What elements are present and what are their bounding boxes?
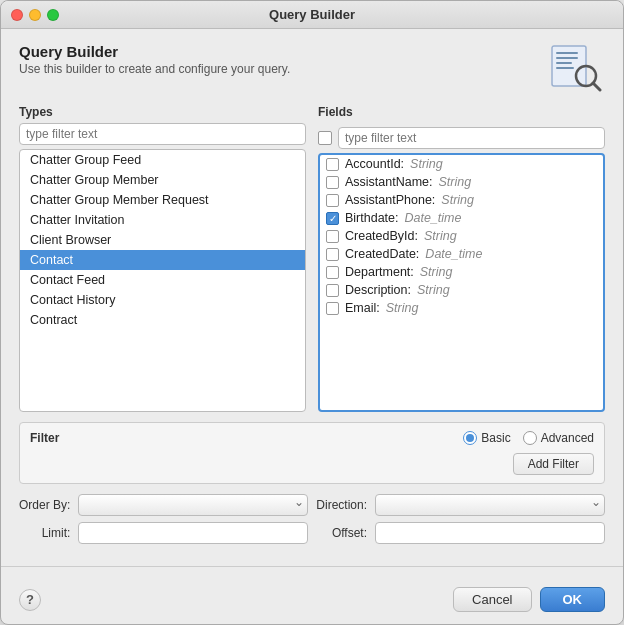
ok-button[interactable]: OK: [540, 587, 606, 612]
window-controls: [11, 9, 59, 21]
window-title: Query Builder: [269, 7, 355, 22]
field-item-birthdate[interactable]: ✓ Birthdate: Date_time: [320, 209, 603, 227]
radio-basic-label: Basic: [481, 431, 510, 445]
list-item[interactable]: Chatter Group Feed: [20, 150, 305, 170]
list-item[interactable]: Chatter Group Member: [20, 170, 305, 190]
field-checkbox-createddate[interactable]: [326, 248, 339, 261]
types-list[interactable]: Chatter Group Feed Chatter Group Member …: [19, 149, 306, 412]
field-checkbox-accountid[interactable]: [326, 158, 339, 171]
title-bar: Query Builder: [1, 1, 623, 29]
list-item[interactable]: Contract: [20, 310, 305, 330]
field-item-assistantphone[interactable]: AssistantPhone: String: [320, 191, 603, 209]
field-item-email[interactable]: Email: String: [320, 299, 603, 317]
field-item-accountid[interactable]: AccountId: String: [320, 155, 603, 173]
order-by-select-wrapper: [78, 494, 308, 516]
field-name-createdbyid: CreatedById:: [345, 229, 418, 243]
add-filter-row: Add Filter: [30, 453, 594, 475]
fields-select-all-checkbox[interactable]: [318, 131, 332, 145]
direction-select-wrapper: [375, 494, 605, 516]
order-section: Order By: Direction: Limit: Offset:: [19, 494, 605, 544]
close-button[interactable]: [11, 9, 23, 21]
fields-header: Fields: [318, 105, 605, 123]
field-checkbox-description[interactable]: [326, 284, 339, 297]
list-item[interactable]: Client Browser: [20, 230, 305, 250]
cancel-button[interactable]: Cancel: [453, 587, 531, 612]
offset-label: Offset:: [316, 526, 367, 540]
list-item[interactable]: Contact History: [20, 290, 305, 310]
field-name-description: Description:: [345, 283, 411, 297]
radio-option-advanced[interactable]: Advanced: [523, 431, 594, 445]
page-title: Query Builder: [19, 43, 290, 60]
footer-buttons: Cancel OK: [453, 587, 605, 612]
filter-radio-group: Basic Advanced: [463, 431, 594, 445]
types-filter-input[interactable]: [19, 123, 306, 145]
types-label: Types: [19, 105, 306, 119]
types-panel: Types Chatter Group Feed Chatter Group M…: [19, 105, 306, 412]
svg-rect-3: [556, 62, 572, 64]
field-checkbox-email[interactable]: [326, 302, 339, 315]
list-item[interactable]: Chatter Invitation: [20, 210, 305, 230]
field-item-createddate[interactable]: CreatedDate: Date_time: [320, 245, 603, 263]
query-builder-window: Query Builder Query Builder Use this bui…: [0, 0, 624, 625]
field-name-assistantphone: AssistantPhone:: [345, 193, 435, 207]
field-type-assistantphone: String: [441, 193, 474, 207]
page-subtitle: Use this builder to create and configure…: [19, 62, 290, 76]
filter-header: Filter Basic Advanced: [30, 431, 594, 445]
radio-advanced-circle[interactable]: [523, 431, 537, 445]
field-item-createdbyid[interactable]: CreatedById: String: [320, 227, 603, 245]
field-checkbox-assistantphone[interactable]: [326, 194, 339, 207]
offset-input[interactable]: [375, 522, 605, 544]
field-type-createdbyid: String: [424, 229, 457, 243]
field-item-department[interactable]: Department: String: [320, 263, 603, 281]
order-by-select[interactable]: [78, 494, 308, 516]
field-name-createddate: CreatedDate:: [345, 247, 419, 261]
fields-filter-input[interactable]: [338, 127, 605, 149]
help-button[interactable]: ?: [19, 589, 41, 611]
field-type-email: String: [386, 301, 419, 315]
field-checkbox-department[interactable]: [326, 266, 339, 279]
svg-rect-4: [556, 67, 574, 69]
field-type-createddate: Date_time: [425, 247, 482, 261]
header-text: Query Builder Use this builder to create…: [19, 43, 290, 76]
header-area: Query Builder Use this builder to create…: [19, 43, 605, 93]
list-item-contact[interactable]: Contact: [20, 250, 305, 270]
limit-input[interactable]: [78, 522, 308, 544]
filter-section: Filter Basic Advanced: [19, 422, 605, 484]
field-checkbox-birthdate[interactable]: ✓: [326, 212, 339, 225]
limit-label: Limit:: [19, 526, 70, 540]
radio-advanced-label: Advanced: [541, 431, 594, 445]
filter-title: Filter: [30, 431, 59, 445]
header-icon: [545, 43, 605, 93]
main-panels: Types Chatter Group Feed Chatter Group M…: [19, 105, 605, 412]
field-type-accountid: String: [410, 157, 443, 171]
field-name-email: Email:: [345, 301, 380, 315]
radio-basic-dot: [466, 434, 474, 442]
svg-rect-2: [556, 57, 578, 59]
fields-list[interactable]: AccountId: String AssistantName: String …: [318, 153, 605, 412]
field-type-description: String: [417, 283, 450, 297]
direction-label: Direction:: [316, 498, 367, 512]
order-by-label: Order By:: [19, 498, 70, 512]
fields-label: Fields: [318, 105, 353, 119]
add-filter-button[interactable]: Add Filter: [513, 453, 594, 475]
list-item[interactable]: Chatter Group Member Request: [20, 190, 305, 210]
maximize-button[interactable]: [47, 9, 59, 21]
field-checkbox-createdbyid[interactable]: [326, 230, 339, 243]
window-content: Query Builder Use this builder to create…: [1, 29, 623, 566]
minimize-button[interactable]: [29, 9, 41, 21]
field-type-assistantname: String: [439, 175, 472, 189]
field-type-birthdate: Date_time: [405, 211, 462, 225]
fields-panel: Fields AccountId: String: [318, 105, 605, 412]
field-item-assistantname[interactable]: AssistantName: String: [320, 173, 603, 191]
footer: ? Cancel OK: [1, 577, 623, 624]
list-item[interactable]: Contact Feed: [20, 270, 305, 290]
field-type-department: String: [420, 265, 453, 279]
field-name-accountid: AccountId:: [345, 157, 404, 171]
field-checkbox-assistantname[interactable]: [326, 176, 339, 189]
query-builder-icon: [548, 44, 603, 92]
field-item-description[interactable]: Description: String: [320, 281, 603, 299]
direction-select[interactable]: [375, 494, 605, 516]
footer-divider: [1, 566, 623, 567]
radio-option-basic[interactable]: Basic: [463, 431, 510, 445]
radio-basic-circle[interactable]: [463, 431, 477, 445]
